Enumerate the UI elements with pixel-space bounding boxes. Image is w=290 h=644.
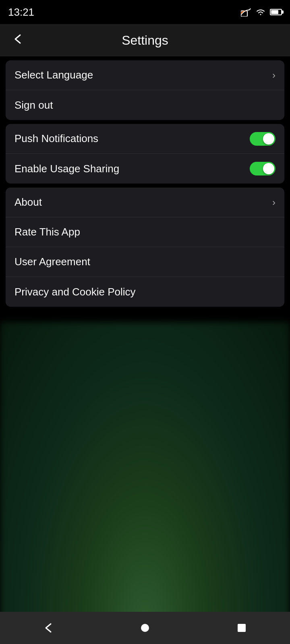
status-time: 13:21 [8, 6, 34, 19]
push-notifications-item[interactable]: Push Notifications [6, 124, 284, 154]
page-title: Settings [122, 33, 168, 48]
status-bar: 13:21 [0, 0, 290, 24]
usage-sharing-label: Enable Usage Sharing [14, 163, 119, 175]
rate-this-app-label: Rate This App [14, 226, 80, 238]
usage-sharing-item[interactable]: Enable Usage Sharing [6, 154, 284, 184]
about-item[interactable]: About › [6, 188, 284, 217]
about-card: About › Rate This App User Agreement Pri… [6, 188, 284, 307]
nav-bar [0, 612, 290, 644]
chevron-right-icon: › [272, 70, 276, 81]
privacy-cookie-policy-item[interactable]: Privacy and Cookie Policy [6, 277, 284, 307]
svg-rect-3 [238, 624, 246, 632]
select-language-label: Select Language [14, 69, 93, 81]
svg-point-1 [241, 16, 242, 17]
user-agreement-item[interactable]: User Agreement [6, 247, 284, 277]
user-agreement-label: User Agreement [14, 256, 90, 268]
toggle-knob-2 [263, 163, 274, 174]
language-signout-card: Select Language › Sign out [6, 60, 284, 120]
about-chevron-icon: › [272, 197, 276, 208]
sign-out-label: Sign out [14, 99, 53, 111]
push-notifications-label: Push Notifications [14, 132, 98, 145]
settings-content: Select Language › Sign out Push Notifica… [0, 56, 290, 311]
svg-point-2 [141, 624, 149, 632]
toggle-knob [263, 133, 274, 144]
push-notifications-toggle[interactable] [250, 132, 276, 146]
back-button[interactable] [8, 29, 27, 52]
rate-this-app-item[interactable]: Rate This App [6, 217, 284, 247]
cast-icon [241, 8, 251, 17]
battery-icon [270, 9, 282, 15]
privacy-cookie-label: Privacy and Cookie Policy [14, 286, 136, 298]
status-icons [241, 8, 282, 17]
nav-recent-button[interactable] [230, 616, 254, 640]
wifi-icon [255, 8, 266, 16]
notifications-card: Push Notifications Enable Usage Sharing [6, 124, 284, 184]
header: Settings [0, 24, 290, 56]
select-language-item[interactable]: Select Language › [6, 60, 284, 90]
sign-out-item[interactable]: Sign out [6, 90, 284, 120]
about-label: About [14, 196, 42, 208]
usage-sharing-toggle[interactable] [250, 162, 276, 175]
nav-home-button[interactable] [133, 616, 157, 640]
nav-back-button[interactable] [36, 616, 60, 640]
